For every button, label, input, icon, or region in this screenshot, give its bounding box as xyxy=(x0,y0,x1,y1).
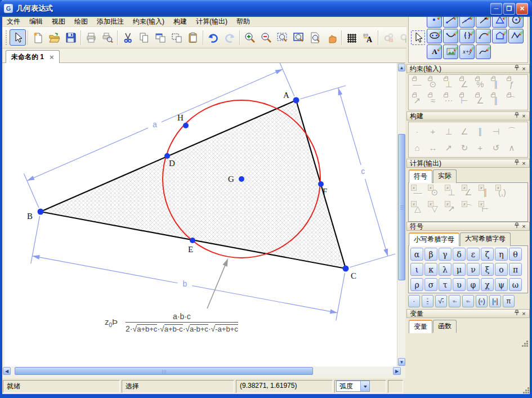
pin-icon[interactable] xyxy=(513,112,520,120)
panel-close-icon[interactable]: × xyxy=(520,113,527,120)
scroll-up-arrow[interactable]: ▲ xyxy=(398,64,405,71)
draw-tool-polyline[interactable] xyxy=(508,29,524,43)
copy-window-button[interactable] xyxy=(152,29,168,46)
zoom-in-button[interactable] xyxy=(242,29,258,46)
menu-item-2[interactable]: 视图 xyxy=(47,16,70,27)
panel-close-icon[interactable]: × xyxy=(520,223,527,230)
greek-letter-δ[interactable]: δ xyxy=(453,248,466,261)
panel-close-icon[interactable]: × xyxy=(520,65,527,73)
point-G[interactable] xyxy=(239,176,244,182)
greek-letter-β[interactable]: β xyxy=(424,248,437,261)
menu-item-8[interactable]: 帮助 xyxy=(232,16,254,27)
scroll-left-arrow[interactable]: ◀ xyxy=(3,367,11,375)
point-label-G[interactable]: G xyxy=(228,175,234,184)
draw-tool-hyperbola[interactable] xyxy=(459,29,475,43)
point-label-D[interactable]: D xyxy=(169,159,175,168)
tab-实际[interactable]: 实际 xyxy=(433,169,457,183)
greek-letter-υ[interactable]: υ xyxy=(453,278,466,291)
zoom-selection-button[interactable] xyxy=(274,29,290,46)
print-preview-button[interactable] xyxy=(99,29,115,46)
open-file-button[interactable] xyxy=(46,29,62,46)
font-button[interactable]: 89A xyxy=(360,29,376,46)
pin-icon[interactable] xyxy=(513,310,520,318)
math-sqrt-button[interactable]: √▫ xyxy=(435,295,447,307)
pin-icon[interactable] xyxy=(513,159,520,168)
annotation-arrow-line[interactable] xyxy=(207,266,225,308)
paste-button[interactable] xyxy=(185,29,201,46)
panel-close-icon[interactable]: × xyxy=(520,310,527,317)
tab-close-icon[interactable]: × xyxy=(50,53,54,61)
draw-tool-text[interactable]: A xyxy=(427,44,442,59)
vertical-scrollbar[interactable]: ▲ ▼ xyxy=(397,63,405,366)
save-file-button[interactable] xyxy=(62,29,79,46)
math-subscript-button[interactable]: ▫▫ xyxy=(462,295,474,307)
close-button[interactable]: ✕ xyxy=(516,3,528,15)
greek-letter-ο[interactable]: ο xyxy=(495,263,508,276)
select-tool-button[interactable] xyxy=(10,29,26,46)
greek-letter-φ[interactable]: φ xyxy=(467,278,480,291)
zoom-window-button[interactable] xyxy=(290,29,307,46)
horizontal-scroll-thumb[interactable] xyxy=(15,367,313,375)
cut-button[interactable] xyxy=(119,29,136,46)
undo-button[interactable] xyxy=(205,29,221,46)
greek-letter-κ[interactable]: κ xyxy=(424,263,437,276)
menu-item-1[interactable]: 编辑 xyxy=(25,16,47,27)
toolbar-grip[interactable] xyxy=(6,30,8,45)
greek-letter-ρ[interactable]: ρ xyxy=(410,278,423,291)
greek-letter-σ[interactable]: σ xyxy=(424,278,437,291)
greek-letter-χ[interactable]: χ xyxy=(481,278,494,291)
horizontal-scrollbar[interactable]: ◀ ▶ xyxy=(2,366,401,375)
angle-unit-dropdown[interactable]: 弧度 xyxy=(336,381,370,392)
dimension-label-b[interactable]: b xyxy=(182,279,187,288)
panel-close-icon[interactable]: × xyxy=(520,160,527,167)
draw-select-tool-button[interactable] xyxy=(411,30,425,45)
draw-tool-conic-arc[interactable] xyxy=(476,29,491,43)
pin-icon[interactable] xyxy=(513,222,520,231)
greek-letter-θ[interactable]: θ xyxy=(509,248,522,261)
pin-icon[interactable] xyxy=(513,65,520,73)
redo-button[interactable] xyxy=(221,29,238,46)
point-label-C[interactable]: C xyxy=(351,271,356,280)
copy-button[interactable] xyxy=(136,29,152,46)
point-F[interactable] xyxy=(318,181,324,187)
point-label-E[interactable]: E xyxy=(188,245,193,254)
point-label-B[interactable]: B xyxy=(27,212,33,221)
menu-item-4[interactable]: 添加批注 xyxy=(92,16,128,27)
menu-item-3[interactable]: 绘图 xyxy=(70,16,92,27)
tab-符号[interactable]: 符号 xyxy=(409,169,432,183)
window-resize-grip[interactable] xyxy=(522,386,529,393)
draw-tool-expression[interactable]: x+y xyxy=(459,44,475,59)
tab-小写希腊字母[interactable]: 小写希腊字母 xyxy=(409,232,459,246)
menu-item-0[interactable]: 文件 xyxy=(2,16,25,27)
point-B[interactable] xyxy=(38,209,44,215)
copy-special-button[interactable] xyxy=(168,29,185,46)
greek-letter-ι[interactable]: ι xyxy=(410,263,423,276)
minimize-button[interactable]: ─ xyxy=(490,3,502,15)
greek-letter-ζ[interactable]: ζ xyxy=(481,248,494,261)
greek-letter-ω[interactable]: ω xyxy=(509,278,522,291)
point-D[interactable] xyxy=(164,153,170,159)
greek-letter-ξ[interactable]: ξ xyxy=(481,263,494,276)
maximize-button[interactable]: ❐ xyxy=(503,3,515,15)
zoom-page-button[interactable] xyxy=(307,29,323,46)
geometry-canvas[interactable]: abcABCDEFGH z0Þa·b·c2·√a+b+c·√a+b-c·√a-b… xyxy=(5,63,397,366)
point-label-F[interactable]: F xyxy=(323,187,327,196)
greek-letter-α[interactable]: α xyxy=(410,248,423,261)
point-A[interactable] xyxy=(293,97,299,104)
draw-tool-image[interactable] xyxy=(443,44,458,59)
math-fraction-button[interactable]: ▫▫ xyxy=(422,295,433,307)
pan-button[interactable] xyxy=(323,29,339,46)
greek-letter-λ[interactable]: λ xyxy=(439,263,451,276)
vertical-scroll-thumb[interactable] xyxy=(398,134,405,280)
print-button[interactable] xyxy=(83,29,99,46)
point-H[interactable] xyxy=(183,123,189,128)
greek-letter-η[interactable]: η xyxy=(495,248,508,261)
dimension-line[interactable] xyxy=(32,256,177,283)
dimension-line[interactable] xyxy=(192,286,337,313)
math-parentheses-button[interactable]: (▫) xyxy=(476,295,488,307)
math-absolute-button[interactable]: |▫| xyxy=(489,295,501,307)
tab-大写希腊字母[interactable]: 大写希腊字母 xyxy=(460,232,511,246)
math-power-button[interactable]: ▫▫ xyxy=(449,295,461,307)
dimension-label-c[interactable]: c xyxy=(361,167,365,176)
menu-item-7[interactable]: 计算(输出) xyxy=(191,16,232,27)
